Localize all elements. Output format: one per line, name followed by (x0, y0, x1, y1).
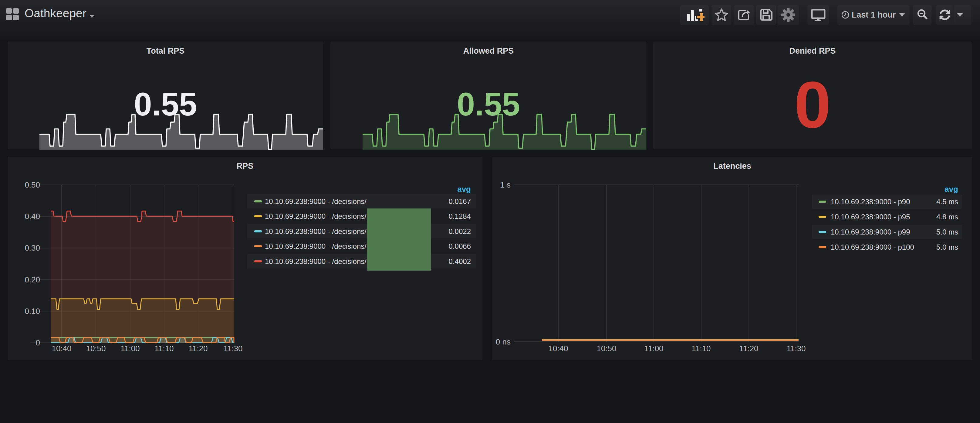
svg-text:11:30: 11:30 (223, 344, 242, 353)
svg-text:11:00: 11:00 (644, 344, 663, 353)
svg-text:11:10: 11:10 (154, 344, 173, 353)
svg-text:0.50: 0.50 (25, 180, 40, 189)
svg-text:0.30: 0.30 (25, 243, 40, 252)
svg-text:10:50: 10:50 (597, 344, 616, 353)
svg-text:0.40: 0.40 (25, 212, 40, 221)
svg-text:11:20: 11:20 (188, 344, 208, 353)
svg-text:0 ns: 0 ns (496, 337, 511, 346)
svg-text:0.20: 0.20 (25, 275, 40, 284)
svg-text:0.10: 0.10 (25, 307, 40, 316)
svg-text:11:30: 11:30 (786, 344, 805, 353)
svg-text:1 s: 1 s (500, 180, 511, 189)
svg-text:11:10: 11:10 (692, 344, 711, 353)
svg-text:10:50: 10:50 (86, 344, 106, 353)
svg-text:0: 0 (36, 338, 40, 347)
svg-text:11:00: 11:00 (121, 344, 140, 353)
svg-text:10:40: 10:40 (52, 344, 71, 353)
svg-text:10:40: 10:40 (548, 344, 568, 353)
svg-text:11:20: 11:20 (739, 344, 758, 353)
